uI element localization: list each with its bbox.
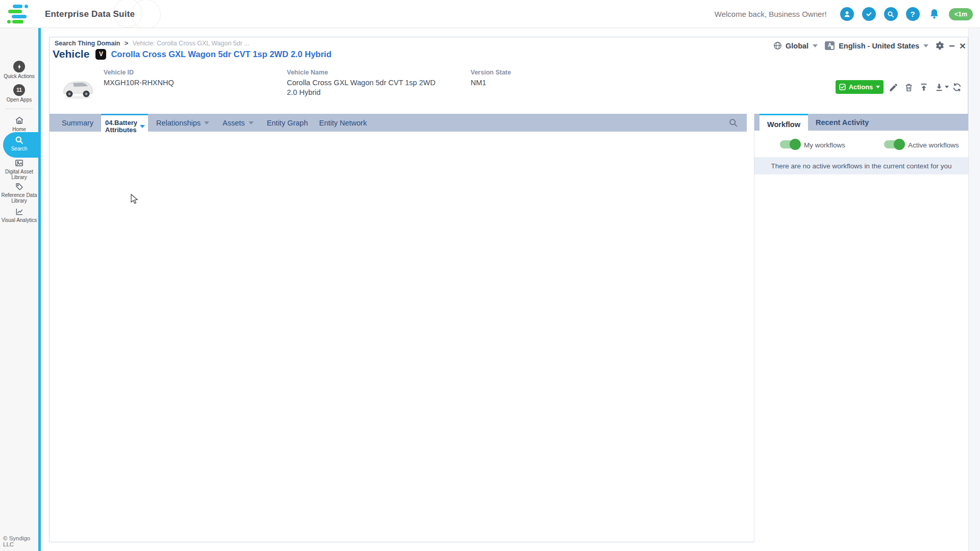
- session-timer-badge[interactable]: <1m: [949, 8, 973, 20]
- tab-content-empty: [50, 138, 747, 542]
- chevron-down-icon[interactable]: [813, 44, 818, 47]
- minimize-icon[interactable]: −: [949, 41, 955, 51]
- entity-type-label: Vehicle: [53, 48, 89, 60]
- chevron-down-icon[interactable]: [923, 44, 928, 47]
- left-sidebar: Quick Actions 11 Open Apps Home Search D…: [0, 28, 38, 551]
- breadcrumb: Search Thing Domain > Vehicle: Corolla C…: [55, 40, 250, 47]
- chevron-down-icon[interactable]: [945, 86, 949, 88]
- breadcrumb-current: Vehicle: Corolla Cross GXL Wagon 5dr ...: [133, 40, 250, 47]
- tab-label: Summary: [62, 119, 93, 127]
- tab-label: Relationships: [156, 119, 201, 127]
- sidebar-item-home[interactable]: Home: [0, 115, 38, 133]
- tab-assets[interactable]: Assets: [217, 119, 259, 127]
- field-value: Corolla Cross GXL Wagon 5dr CVT 1sp 2WD …: [287, 78, 440, 97]
- sidebar-item-label: Reference Data Library: [0, 193, 38, 204]
- toggle-label: Active workflows: [908, 141, 959, 149]
- field-version-state: Version State NM1: [471, 69, 573, 88]
- search-icon[interactable]: [884, 7, 898, 21]
- sidebar-item-digital-asset-library[interactable]: Digital Asset Library: [0, 158, 38, 180]
- field-value: MXGH10R-RHXNHQ: [104, 78, 231, 88]
- page-title: Vehicle V Corolla Cross GXL Wagon 5dr CV…: [53, 48, 331, 60]
- breadcrumb-separator: >: [125, 40, 128, 47]
- tab-battery-attributes-active[interactable]: 04.Battery Attributes: [101, 114, 148, 138]
- tab-recent-activity[interactable]: Recent Activity: [808, 118, 876, 127]
- tag-icon: [0, 182, 38, 191]
- tab-summary[interactable]: Summary: [56, 119, 99, 127]
- vehicle-thumbnail[interactable]: [60, 74, 95, 103]
- tab-label: Workflow: [767, 120, 800, 129]
- chevron-down-icon[interactable]: [140, 125, 145, 128]
- sidebar-item-label: Quick Actions: [0, 74, 38, 80]
- chevron-down-icon: [249, 121, 254, 124]
- copyright-footer: © Syndigo LLC: [3, 535, 38, 547]
- image-icon: [0, 158, 38, 168]
- sidebar-item-reference-data-library[interactable]: Reference Data Library: [0, 182, 38, 204]
- download-icon[interactable]: [934, 82, 945, 93]
- breadcrumb-root-link[interactable]: Search Thing Domain: [55, 40, 120, 47]
- sidebar-accent-bar: [38, 28, 41, 551]
- close-icon[interactable]: ×: [960, 41, 966, 51]
- my-workflows-toggle[interactable]: [780, 140, 799, 148]
- lightning-icon: [13, 61, 25, 72]
- settings-gear-icon[interactable]: [935, 41, 944, 51]
- workflow-empty-message: There are no active workflows in the cur…: [754, 157, 968, 174]
- tab-label: Recent Activity: [816, 118, 869, 127]
- sidebar-item-open-apps[interactable]: 11 Open Apps: [0, 84, 38, 103]
- field-vehicle-name: Vehicle Name Corolla Cross GXL Wagon 5dr…: [287, 69, 440, 97]
- entity-tab-bar: Summary 04.Battery Attributes Relationsh…: [50, 114, 747, 132]
- tab-search-icon[interactable]: [728, 117, 739, 130]
- globe-icon: [773, 41, 782, 51]
- sidebar-item-visual-analytics[interactable]: Visual Analytics: [0, 207, 38, 223]
- field-value: NM1: [471, 78, 573, 88]
- sidebar-item-label: Visual Analytics: [0, 218, 38, 223]
- scope-selector[interactable]: Global: [786, 42, 808, 50]
- chevron-down-icon: [204, 121, 209, 124]
- workflow-filters: My workflows Active workflows: [754, 131, 968, 157]
- edit-pencil-icon[interactable]: [888, 82, 899, 93]
- field-vehicle-id: Vehicle ID MXGH10R-RHXNHQ: [104, 69, 231, 88]
- workflow-panel-tabs: Workflow Recent Activity: [754, 114, 968, 131]
- user-profile-icon[interactable]: [840, 7, 854, 21]
- app-window: Enterprise Data Suite Welcome back, Busi…: [0, 0, 980, 551]
- entity-name-link[interactable]: Corolla Cross GXL Wagon 5dr CVT 1sp 2WD …: [111, 49, 331, 59]
- mouse-cursor: [131, 194, 139, 207]
- actions-button[interactable]: Actions: [836, 80, 884, 94]
- tasks-check-icon[interactable]: [862, 7, 876, 21]
- tab-label: 04.Battery Attributes: [105, 119, 139, 134]
- language-selector[interactable]: English - United States: [839, 42, 919, 50]
- top-bar: Enterprise Data Suite Welcome back, Busi…: [0, 0, 980, 28]
- translate-icon: A: [825, 41, 835, 50]
- tab-relationships[interactable]: Relationships: [151, 119, 215, 127]
- sidebar-divider: [5, 109, 33, 109]
- delete-trash-icon[interactable]: [903, 82, 914, 93]
- sidebar-item-label: Search: [0, 146, 38, 152]
- tab-entity-graph[interactable]: Entity Graph: [261, 119, 314, 127]
- actions-button-label: Actions: [849, 83, 873, 91]
- scrollbar-gutter[interactable]: [968, 28, 980, 551]
- refresh-icon[interactable]: [951, 82, 963, 93]
- field-label: Vehicle Name: [287, 69, 440, 76]
- toggle-label: My workflows: [804, 141, 845, 149]
- sidebar-item-search[interactable]: Search: [0, 135, 38, 152]
- home-icon: [0, 115, 38, 126]
- line-chart-icon: [0, 207, 38, 216]
- welcome-message: Welcome back, Business Owner!: [715, 10, 827, 18]
- sidebar-item-label: Home: [0, 127, 38, 133]
- notifications-bell-icon[interactable]: [928, 8, 941, 20]
- tab-label: Entity Graph: [267, 119, 308, 127]
- decorative-circle: [131, 0, 161, 28]
- chevron-down-icon: [876, 86, 880, 88]
- upload-icon[interactable]: [918, 82, 929, 93]
- field-label: Vehicle ID: [104, 69, 231, 76]
- entity-type-badge: V: [95, 49, 106, 60]
- active-workflows-toggle[interactable]: [884, 140, 903, 148]
- sidebar-item-quick-actions[interactable]: Quick Actions: [0, 61, 38, 80]
- checkbox-icon: [839, 84, 846, 90]
- help-icon[interactable]: ?: [906, 7, 920, 21]
- tab-entity-network[interactable]: Entity Network: [313, 119, 372, 127]
- syndigo-logo[interactable]: [7, 5, 32, 23]
- search-icon: [0, 135, 38, 145]
- open-apps-count-badge: 11: [13, 84, 25, 96]
- tab-label: Entity Network: [319, 119, 366, 127]
- app-title: Enterprise Data Suite: [45, 0, 135, 28]
